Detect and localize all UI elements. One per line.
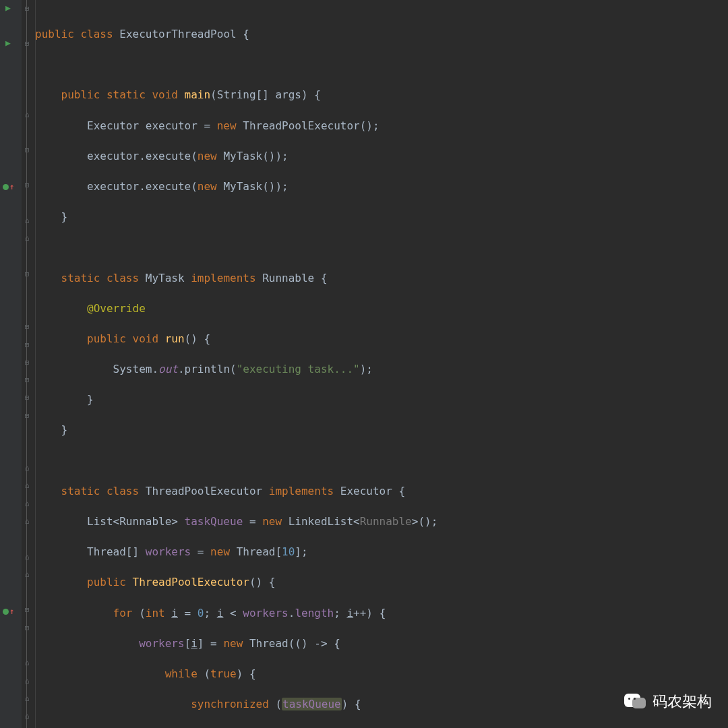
fold-end-icon[interactable]: ⌂ xyxy=(23,481,31,490)
fold-toggle-icon[interactable]: ⊟ xyxy=(23,146,31,154)
fold-toggle-icon[interactable]: ⊟ xyxy=(23,358,31,367)
fold-toggle-icon[interactable]: ⊟ xyxy=(23,181,31,189)
code-line[interactable]: @Override xyxy=(34,300,728,317)
run-icon[interactable]: ▶ xyxy=(5,38,11,48)
fold-end-icon[interactable]: ⌂ xyxy=(23,234,31,243)
fold-end-icon[interactable]: ⌂ xyxy=(23,712,31,721)
gutter: ▶ ▶ ↑ ↑ xyxy=(0,0,22,728)
code-editor[interactable]: ▶ ▶ ↑ ↑ ⊟ ⊟ ⌂ ⊟ ⊟ ⌂ ⌂ ⊟ ⊟ ⊟ ⊟ ⊟ ⊟ ⊟ ⌂ ⌂ … xyxy=(0,0,728,728)
code-line[interactable]: public class ExecutorThreadPool { xyxy=(34,26,728,43)
fold-toggle-icon[interactable]: ⊟ xyxy=(23,270,31,278)
fold-end-icon[interactable]: ⌂ xyxy=(23,570,31,579)
fold-end-icon[interactable]: ⌂ xyxy=(23,111,31,119)
code-line[interactable]: } xyxy=(34,421,728,439)
code-line[interactable] xyxy=(34,239,728,256)
fold-end-icon[interactable]: ⌂ xyxy=(23,659,31,667)
fold-end-icon[interactable]: ⌂ xyxy=(23,517,31,526)
fold-end-icon[interactable]: ⌂ xyxy=(23,553,31,562)
code-line[interactable]: Executor executor = new ThreadPoolExecut… xyxy=(34,117,728,135)
fold-end-icon[interactable]: ⌂ xyxy=(23,216,31,225)
code-line[interactable]: Thread[] workers = new Thread[10]; xyxy=(34,543,728,561)
fold-toggle-icon[interactable]: ⊟ xyxy=(23,340,31,349)
code-line[interactable]: public void run() { xyxy=(34,330,728,348)
code-line[interactable]: static class MyTask implements Runnable … xyxy=(34,270,728,287)
code-line[interactable] xyxy=(34,56,728,73)
code-line[interactable]: } xyxy=(34,391,728,408)
fold-end-icon[interactable]: ⌂ xyxy=(23,677,31,686)
code-line[interactable]: while (true) { xyxy=(34,665,728,683)
code-line[interactable]: System.out.println("executing task..."); xyxy=(34,361,728,378)
code-line[interactable]: List<Runnable> taskQueue = new LinkedLis… xyxy=(34,513,728,530)
watermark-text: 码农架构 xyxy=(653,692,712,712)
override-marker-icon[interactable]: ↑ xyxy=(3,607,14,616)
wechat-icon xyxy=(624,692,647,711)
code-line[interactable]: static class ThreadPoolExecutor implemen… xyxy=(34,483,728,500)
code-line[interactable] xyxy=(34,452,728,470)
watermark: 码农架构 xyxy=(624,692,712,712)
code-line[interactable]: public static void main(String[] args) { xyxy=(34,86,728,104)
fold-toggle-icon[interactable]: ⊟ xyxy=(23,322,31,331)
code-line[interactable]: workers[i] = new Thread(() -> { xyxy=(34,635,728,653)
fold-toggle-icon[interactable]: ⊟ xyxy=(23,624,31,632)
code-line[interactable]: for (int i = 0; i < workers.length; i++)… xyxy=(34,605,728,622)
fold-toggle-icon[interactable]: ⊟ xyxy=(23,4,31,13)
fold-toggle-icon[interactable]: ⊟ xyxy=(23,411,31,420)
fold-column: ⊟ ⊟ ⌂ ⊟ ⊟ ⌂ ⌂ ⊟ ⊟ ⊟ ⊟ ⊟ ⊟ ⊟ ⌂ ⌂ ⌂ ⌂ ⌂ ⌂ … xyxy=(22,0,34,728)
code-line[interactable]: executor.execute(new MyTask()); xyxy=(34,148,728,165)
code-line[interactable]: executor.execute(new MyTask()); xyxy=(34,178,728,195)
fold-toggle-icon[interactable]: ⊟ xyxy=(23,39,31,48)
override-marker-icon[interactable]: ↑ xyxy=(3,182,14,191)
fold-end-icon[interactable]: ⌂ xyxy=(23,694,31,703)
code-line[interactable]: public ThreadPoolExecutor() { xyxy=(34,574,728,591)
fold-toggle-icon[interactable]: ⊟ xyxy=(23,393,31,402)
fold-toggle-icon[interactable]: ⊟ xyxy=(23,605,31,614)
fold-toggle-icon[interactable]: ⊟ xyxy=(23,375,31,384)
code-line[interactable]: } xyxy=(34,208,728,226)
run-icon[interactable]: ▶ xyxy=(5,3,11,13)
code-area[interactable]: public class ExecutorThreadPool { public… xyxy=(34,0,728,728)
fold-end-icon[interactable]: ⌂ xyxy=(23,499,31,508)
fold-end-icon[interactable]: ⌂ xyxy=(23,464,31,473)
